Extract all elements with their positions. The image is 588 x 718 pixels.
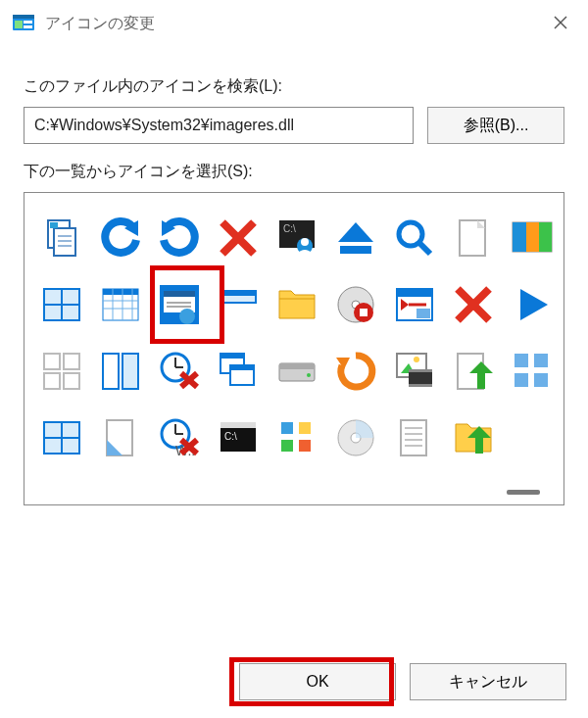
svg-point-46 bbox=[179, 309, 195, 324]
delete-x-red-icon[interactable] bbox=[209, 205, 268, 271]
terminal-icon[interactable]: C:\ bbox=[209, 405, 268, 471]
svg-rect-85 bbox=[409, 384, 432, 387]
svg-point-78 bbox=[307, 373, 311, 377]
hard-drive-icon[interactable] bbox=[268, 338, 326, 405]
svg-point-82 bbox=[414, 357, 419, 362]
calendar-goto-icon[interactable] bbox=[385, 271, 444, 338]
svg-rect-29 bbox=[526, 222, 539, 252]
svg-rect-88 bbox=[514, 354, 528, 367]
svg-rect-65 bbox=[103, 354, 119, 389]
page-lines-icon[interactable] bbox=[385, 405, 444, 471]
svg-rect-30 bbox=[539, 222, 552, 252]
pane-split-icon[interactable] bbox=[91, 338, 150, 405]
svg-rect-108 bbox=[281, 440, 293, 452]
svg-rect-104 bbox=[220, 422, 256, 428]
app-icon bbox=[12, 12, 35, 35]
svg-rect-84 bbox=[409, 369, 432, 372]
svg-rect-35 bbox=[103, 289, 138, 295]
play-blue-icon[interactable] bbox=[503, 271, 556, 338]
svg-rect-48 bbox=[220, 291, 256, 296]
cmd-user-icon[interactable]: C:\ bbox=[268, 205, 326, 271]
window-grid-blue-icon[interactable] bbox=[32, 271, 91, 338]
close-icon bbox=[553, 15, 568, 30]
grid-move-icon[interactable] bbox=[503, 338, 556, 405]
disc-icon[interactable] bbox=[326, 405, 385, 471]
folder-yellow-icon[interactable] bbox=[268, 271, 326, 338]
svg-line-24 bbox=[418, 242, 430, 254]
svg-rect-57 bbox=[416, 309, 430, 318]
svg-rect-112 bbox=[401, 420, 426, 455]
clock-warn-icon[interactable]: W.. bbox=[150, 405, 209, 471]
svg-rect-90 bbox=[514, 373, 528, 387]
svg-rect-62 bbox=[64, 354, 79, 369]
ok-button[interactable]: OK bbox=[239, 663, 396, 700]
folder-upload-green-icon[interactable] bbox=[444, 405, 503, 471]
registry-blocks-icon[interactable] bbox=[268, 405, 326, 471]
grid-empty-icon[interactable] bbox=[32, 338, 91, 405]
window-quad-icon[interactable] bbox=[32, 405, 91, 471]
titlebar: アイコンの変更 bbox=[0, 0, 588, 47]
cancel-button[interactable]: キャンセル bbox=[410, 663, 566, 700]
svg-rect-109 bbox=[299, 440, 311, 452]
search-label: このファイル内のアイコンを検索(L): bbox=[24, 76, 564, 97]
scroll-indicator[interactable] bbox=[507, 490, 540, 495]
delete-x-red-icon[interactable] bbox=[444, 271, 503, 338]
spacer-icon[interactable] bbox=[503, 405, 556, 471]
svg-rect-91 bbox=[534, 373, 548, 387]
svg-text:C:\: C:\ bbox=[224, 431, 237, 442]
disc-stop-icon[interactable] bbox=[326, 271, 385, 338]
svg-rect-73 bbox=[220, 354, 244, 359]
window-minimized-icon[interactable] bbox=[209, 271, 268, 338]
dialog-title: アイコンの変更 bbox=[45, 14, 155, 34]
svg-rect-64 bbox=[64, 373, 79, 389]
svg-point-20 bbox=[301, 238, 309, 246]
svg-rect-8 bbox=[54, 228, 75, 256]
svg-rect-3 bbox=[24, 21, 32, 24]
svg-rect-1 bbox=[13, 15, 34, 19]
image-film-icon[interactable] bbox=[385, 338, 444, 405]
icon-path-input[interactable] bbox=[24, 107, 414, 144]
refresh-orange-icon[interactable] bbox=[326, 338, 385, 405]
svg-marker-60 bbox=[520, 289, 548, 320]
svg-rect-89 bbox=[534, 354, 548, 367]
search-magnifier-icon[interactable] bbox=[385, 205, 444, 271]
svg-rect-28 bbox=[513, 222, 526, 252]
svg-rect-52 bbox=[360, 309, 368, 316]
svg-rect-9 bbox=[50, 222, 58, 228]
svg-rect-107 bbox=[299, 422, 311, 434]
redo-icon[interactable] bbox=[150, 205, 209, 271]
svg-rect-22 bbox=[340, 246, 371, 254]
svg-text:C:\: C:\ bbox=[283, 223, 296, 234]
svg-rect-106 bbox=[281, 422, 293, 434]
browse-button[interactable]: 参照(B)... bbox=[427, 107, 564, 144]
svg-rect-75 bbox=[230, 365, 254, 370]
icon-list: C:\W..C:\ bbox=[24, 192, 564, 505]
undo-icon[interactable] bbox=[91, 205, 150, 271]
clock-remove-icon[interactable] bbox=[150, 338, 209, 405]
eject-blue-icon[interactable] bbox=[326, 205, 385, 271]
page-upload-green-icon[interactable] bbox=[444, 338, 503, 405]
svg-rect-77 bbox=[279, 363, 315, 369]
svg-rect-43 bbox=[164, 291, 195, 297]
page-corner-icon[interactable] bbox=[91, 405, 150, 471]
svg-rect-2 bbox=[15, 21, 23, 28]
svg-rect-4 bbox=[24, 25, 32, 28]
windows-cascade-icon[interactable] bbox=[209, 338, 268, 405]
page-blank-icon[interactable] bbox=[444, 205, 503, 271]
select-label: 下の一覧からアイコンを選択(S): bbox=[24, 162, 564, 182]
svg-rect-66 bbox=[122, 354, 138, 389]
svg-rect-63 bbox=[44, 373, 60, 389]
close-button[interactable] bbox=[541, 8, 580, 37]
program-window-icon[interactable] bbox=[150, 271, 209, 338]
svg-rect-54 bbox=[397, 289, 432, 297]
dialog-buttons: OK キャンセル bbox=[239, 663, 566, 700]
spreadsheet-icon[interactable] bbox=[91, 271, 150, 338]
window-color-icon[interactable] bbox=[503, 205, 556, 271]
svg-marker-21 bbox=[338, 222, 373, 242]
dialog-content: このファイル内のアイコンを検索(L): 参照(B)... 下の一覧からアイコンを… bbox=[0, 47, 588, 505]
svg-rect-61 bbox=[44, 354, 60, 369]
copy-document-icon[interactable] bbox=[32, 205, 91, 271]
